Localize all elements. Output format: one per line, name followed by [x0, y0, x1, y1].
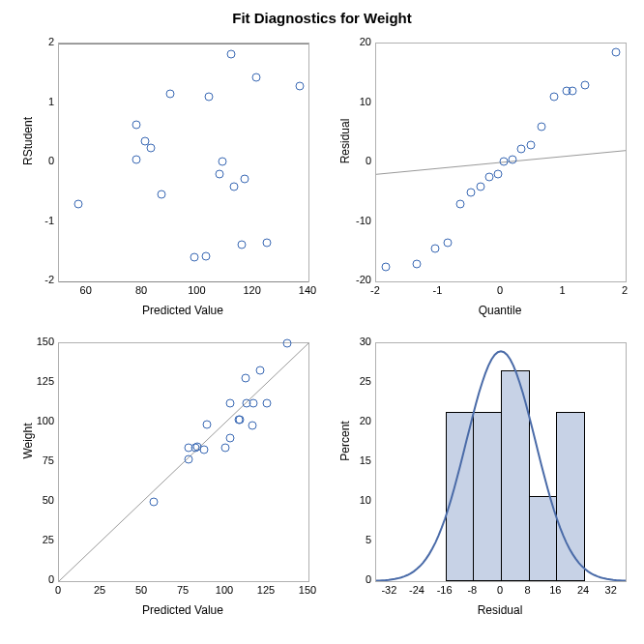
x-tick: 2 — [613, 284, 636, 296]
data-point — [221, 444, 230, 453]
y-tick: 2 — [29, 36, 54, 47]
plot-area — [375, 43, 627, 282]
data-point — [444, 239, 453, 248]
x-tick: 1 — [551, 284, 574, 296]
y-tick: -10 — [346, 215, 371, 226]
y-tick: -2 — [29, 274, 54, 285]
data-point — [456, 200, 465, 209]
xlabel: Predicted Value — [58, 304, 307, 317]
diagnostics-panel: Fit Diagnostics for Weight Predicted Val… — [0, 0, 644, 644]
plot-observed-vs-predicted: Predicted Value Weight 02550751001251500… — [10, 335, 317, 623]
x-tick: 32 — [600, 584, 623, 596]
data-point — [132, 155, 141, 163]
data-point — [516, 144, 525, 153]
data-point — [412, 259, 421, 268]
data-point — [549, 93, 558, 102]
hist-bar — [446, 412, 475, 581]
x-tick: 0 — [46, 584, 70, 596]
data-point — [282, 339, 291, 348]
refline — [59, 281, 308, 282]
diagonal-refline — [59, 343, 308, 581]
x-tick: -8 — [460, 584, 483, 596]
x-tick: 16 — [543, 584, 567, 596]
y-tick: 50 — [29, 494, 54, 506]
data-point — [229, 182, 238, 190]
x-tick: 24 — [571, 584, 595, 596]
x-tick: 100 — [213, 584, 236, 596]
y-tick: -20 — [346, 274, 371, 285]
data-point — [581, 81, 590, 90]
hist-bar — [473, 412, 502, 581]
y-tick: 1 — [29, 96, 54, 107]
data-point — [201, 252, 210, 261]
data-point — [216, 170, 224, 179]
data-point — [537, 123, 545, 132]
y-tick: 0 — [29, 155, 54, 166]
data-point — [263, 399, 272, 408]
data-point — [74, 200, 83, 209]
xlabel: Residual — [375, 603, 625, 617]
x-tick: -1 — [426, 284, 450, 296]
y-tick: 150 — [29, 336, 54, 347]
data-point — [477, 182, 485, 190]
x-tick: 100 — [185, 284, 208, 296]
ylabel: RStudent — [21, 54, 35, 228]
y-tick: 25 — [346, 375, 371, 387]
data-point — [493, 170, 502, 179]
x-tick: 0 — [488, 584, 512, 596]
xlabel: Predicted Value — [58, 603, 307, 617]
data-point — [241, 174, 249, 183]
data-point — [226, 50, 235, 59]
data-point — [248, 422, 256, 430]
y-tick: 0 — [346, 573, 371, 585]
data-point — [219, 157, 227, 165]
data-point — [165, 89, 174, 98]
data-point — [508, 155, 516, 163]
y-tick: 20 — [346, 36, 371, 47]
data-point — [526, 140, 535, 149]
y-tick: -1 — [29, 215, 54, 226]
data-point — [226, 434, 235, 443]
y-tick: 75 — [29, 454, 54, 466]
hist-bar — [556, 412, 585, 581]
data-point — [241, 374, 249, 383]
data-point — [185, 454, 193, 463]
plot-qq: Quantile Residual -2-1012-20-1001020 — [327, 35, 634, 323]
x-tick: 0 — [488, 284, 512, 296]
y-tick: 25 — [29, 534, 54, 545]
y-tick: 0 — [346, 155, 371, 166]
x-tick: 8 — [516, 584, 540, 596]
data-point — [263, 239, 272, 248]
data-point — [612, 48, 621, 57]
data-point — [249, 399, 258, 408]
xlabel: Quantile — [375, 304, 625, 317]
data-point — [251, 73, 260, 82]
data-point — [203, 420, 212, 428]
y-tick: 15 — [346, 454, 371, 466]
panel-title: Fit Diagnostics for Weight — [0, 10, 644, 26]
x-tick: 150 — [296, 584, 319, 596]
refline — [59, 44, 308, 44]
x-tick: -16 — [433, 584, 456, 596]
y-tick: 5 — [346, 534, 371, 545]
x-tick: -24 — [405, 584, 428, 596]
ylabel: Residual — [338, 54, 352, 228]
hist-bar — [501, 370, 530, 581]
data-point — [296, 82, 305, 91]
y-tick: 20 — [346, 415, 371, 426]
data-point — [256, 366, 265, 374]
x-tick: 25 — [88, 584, 111, 596]
x-tick: 75 — [171, 584, 194, 596]
data-point — [146, 143, 155, 152]
y-tick: 100 — [29, 415, 54, 426]
data-point — [381, 262, 390, 271]
plot-area — [375, 342, 627, 582]
plot-area — [58, 43, 309, 282]
data-point — [190, 253, 199, 262]
data-point — [150, 498, 159, 507]
y-tick: 10 — [346, 96, 371, 107]
x-tick: 120 — [241, 284, 264, 296]
data-point — [158, 190, 166, 198]
svg-line-1 — [59, 343, 308, 581]
y-tick: 30 — [346, 336, 371, 347]
